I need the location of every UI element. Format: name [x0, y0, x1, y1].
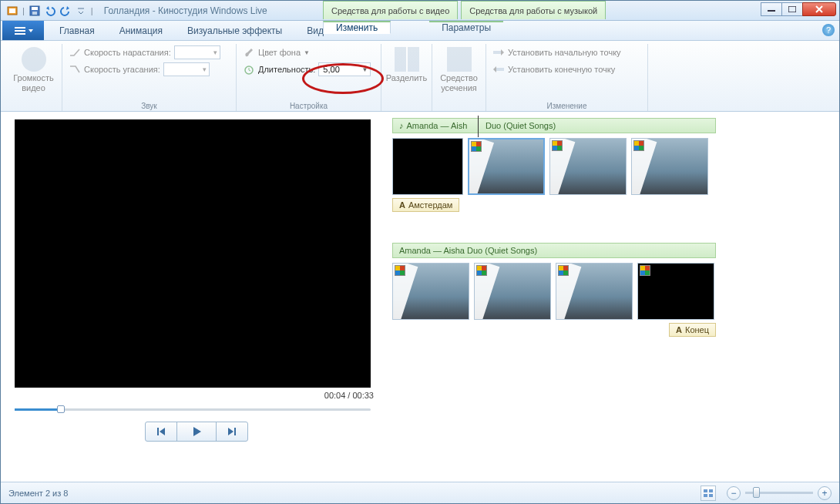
seek-fill [15, 408, 61, 411]
title-chip-1[interactable]: AАмстердам [392, 198, 459, 212]
crop-icon [447, 47, 472, 72]
audio-1-part1: Amanda — Aish [407, 121, 468, 130]
clip-6[interactable] [474, 263, 551, 320]
clip-1-black[interactable] [392, 138, 463, 195]
ribbon: Громкость видео Скорость нарастания: ▾ С… [1, 41, 839, 112]
help-button[interactable]: ? [822, 24, 835, 36]
close-button[interactable] [802, 2, 836, 16]
context-tabs: Средства для работы с видео Средства для… [323, 1, 606, 19]
clip-4[interactable] [631, 138, 708, 195]
clip-row-2 [392, 263, 832, 320]
redo-icon[interactable] [59, 4, 72, 18]
svg-rect-14 [234, 428, 236, 435]
split-button[interactable]: Разделить [381, 44, 432, 111]
tab-effects[interactable]: Визуальные эффекты [175, 21, 294, 40]
svg-rect-3 [32, 7, 38, 10]
maximize-button[interactable] [781, 2, 803, 16]
transition-badge-icon [640, 265, 650, 276]
status-item-text: Элемент 2 из 8 [8, 489, 68, 498]
playback-controls [15, 422, 378, 442]
duration-row: Длительность: 5,00▼ [243, 61, 375, 78]
audio-track-2[interactable]: Amanda — Aisha Duo (Quiet Songs) [392, 243, 716, 258]
clip-3[interactable] [549, 138, 627, 195]
bg-color-row[interactable]: Цвет фона ▼ [243, 44, 375, 61]
zoom-thumb[interactable] [753, 487, 760, 498]
tab-edit[interactable]: Изменить [323, 21, 391, 34]
fall-speed-row: Скорость угасания: ▾ [69, 61, 230, 78]
transition-badge-icon [552, 140, 563, 151]
fall-speed-label: Скорость угасания: [84, 65, 160, 74]
clip-2[interactable] [468, 138, 545, 195]
transition-badge-icon [558, 265, 569, 276]
title-chip-2[interactable]: AКонец [669, 323, 716, 337]
svg-rect-4 [32, 12, 37, 15]
zoom-slider[interactable] [745, 492, 813, 494]
track-row-2: Amanda — Aisha Duo (Quiet Songs) AКонец [392, 243, 832, 320]
title-chip-2-label: Конец [685, 325, 709, 334]
rise-icon [69, 46, 81, 59]
prev-frame-button[interactable] [145, 422, 177, 442]
statusbar: Элемент 2 из 8 − + [1, 482, 839, 503]
video-volume-label: Громкость видео [13, 73, 53, 93]
group-settings: Цвет фона ▼ Длительность: 5,00▼ Настройк… [237, 44, 381, 111]
zoom-out-button[interactable]: − [727, 486, 741, 500]
svg-rect-5 [768, 10, 775, 12]
duration-combo[interactable]: 5,00▼ [318, 62, 371, 76]
tab-main[interactable]: Главная [47, 21, 107, 40]
seek-track [15, 408, 371, 411]
tab-options[interactable]: Параметры [429, 21, 503, 33]
undo-icon[interactable] [43, 4, 57, 18]
minimize-button[interactable] [761, 2, 782, 16]
group-edit: Установить начальную точку Установить ко… [486, 44, 648, 111]
audio-2-label: Amanda — Aisha Duo (Quiet Songs) [399, 246, 537, 255]
edit-group-label: Изменение [486, 102, 647, 110]
svg-rect-9 [15, 33, 25, 35]
svg-rect-8 [15, 30, 25, 32]
window-title: Голландия - Киностудия Windows Live [104, 5, 267, 16]
crop-button[interactable]: Средство усечения [432, 44, 486, 111]
sound-group-label: Звук [62, 102, 236, 110]
split-icon [395, 47, 419, 72]
context-tab-video[interactable]: Средства для работы с видео [323, 1, 458, 19]
app-icon[interactable] [5, 4, 19, 18]
set-start-label: Установить начальную точку [508, 48, 621, 57]
set-start-row[interactable]: Установить начальную точку [492, 44, 641, 61]
next-frame-button[interactable] [216, 422, 248, 442]
seek-bar[interactable] [15, 403, 371, 415]
tab-animation[interactable]: Анимация [107, 21, 175, 40]
set-end-row[interactable]: Установить конечную точку [492, 61, 641, 78]
transition-badge-icon [395, 265, 405, 276]
storyboard-pane[interactable]: ♪ Amanda — Aish Duo (Quiet Songs) AАмсте… [386, 112, 839, 482]
seek-thumb[interactable] [57, 405, 65, 413]
fall-icon [69, 63, 81, 76]
thumbnails-view-button[interactable] [701, 486, 716, 501]
titlebar: | | Голландия - Киностудия Windows Live … [1, 1, 839, 21]
file-menu-button[interactable] [2, 21, 44, 40]
svg-rect-11 [493, 51, 501, 54]
play-button[interactable] [176, 422, 217, 442]
group-sound: Скорость нарастания: ▾ Скорость угасания… [62, 44, 237, 111]
clip-7[interactable] [556, 263, 633, 320]
video-preview[interactable] [15, 119, 371, 388]
zoom-in-button[interactable]: + [818, 486, 832, 500]
audio-1-part2: Duo (Quiet Songs) [486, 121, 556, 130]
ribbon-tabs: Главная Анимация Визуальные эффекты Вид … [1, 21, 839, 41]
clip-8-black[interactable] [637, 263, 714, 320]
transition-badge-icon [476, 265, 487, 276]
rise-speed-combo[interactable]: ▾ [174, 45, 220, 59]
qat-dropdown-icon[interactable] [74, 4, 88, 18]
track-row-1: ♪ Amanda — Aish Duo (Quiet Songs) AАмсте… [392, 118, 832, 212]
svg-rect-18 [709, 494, 713, 497]
title-chip-1-label: Амстердам [408, 200, 452, 210]
speaker-icon[interactable] [22, 47, 46, 72]
transition-badge-icon [633, 140, 644, 151]
svg-rect-17 [704, 494, 707, 497]
transition-badge-icon [471, 141, 482, 152]
fall-speed-combo[interactable]: ▾ [163, 62, 210, 76]
end-point-icon [492, 63, 505, 76]
clip-5[interactable] [392, 263, 469, 320]
main-area: 00:04 / 00:33 ♪ Amanda — Aish Duo (Quiet… [1, 112, 839, 482]
context-tab-music[interactable]: Средства для работы с музыкой [461, 1, 606, 19]
audio-track-1[interactable]: ♪ Amanda — Aish Duo (Quiet Songs) [392, 118, 716, 133]
save-icon[interactable] [28, 4, 42, 18]
